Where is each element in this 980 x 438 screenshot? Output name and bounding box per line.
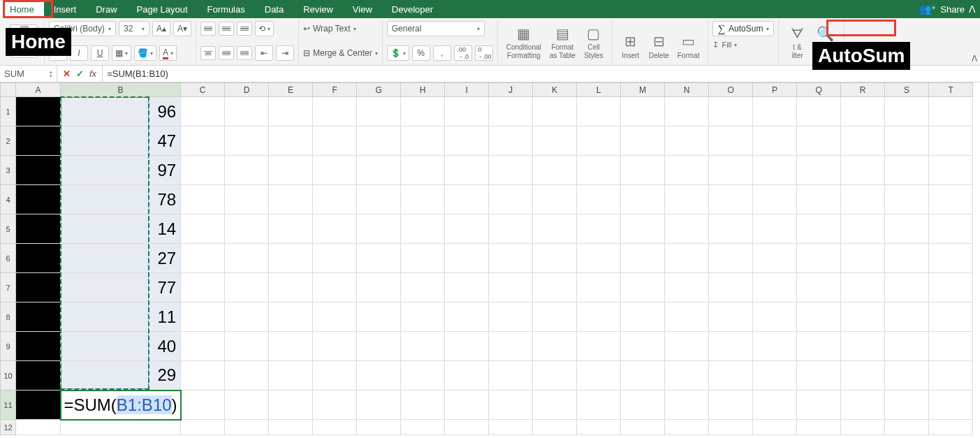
cell-P1[interactable]: [753, 97, 797, 126]
cell-C9[interactable]: [181, 332, 225, 361]
cell-M9[interactable]: [621, 332, 665, 361]
cell-J3[interactable]: [489, 156, 533, 185]
cell-S12[interactable]: [885, 420, 929, 435]
cell-J2[interactable]: [489, 126, 533, 156]
cell-P6[interactable]: [753, 244, 797, 273]
border-button[interactable]: ▦▾: [112, 45, 131, 61]
row-header-4[interactable]: 4: [1, 185, 16, 214]
cell-F1[interactable]: [313, 97, 357, 126]
cell-S3[interactable]: [885, 156, 929, 185]
cell-G3[interactable]: [357, 156, 401, 185]
cell-F11[interactable]: [313, 390, 357, 420]
col-header-I[interactable]: I: [445, 83, 489, 97]
cell-A6[interactable]: [16, 244, 61, 273]
cell-M3[interactable]: [621, 156, 665, 185]
cell-O7[interactable]: [709, 273, 753, 302]
cell-B6[interactable]: 27: [61, 244, 181, 273]
cell-F7[interactable]: [313, 273, 357, 302]
cell-A1[interactable]: [16, 97, 61, 126]
cell-A2[interactable]: [16, 126, 61, 156]
decrease-font-button[interactable]: A▾: [173, 21, 191, 36]
cell-T12[interactable]: [929, 420, 973, 435]
col-header-T[interactable]: T: [929, 83, 973, 97]
cell-K9[interactable]: [533, 332, 577, 361]
cell-Q12[interactable]: [797, 420, 841, 435]
cell-E3[interactable]: [269, 156, 313, 185]
col-header-S[interactable]: S: [885, 83, 929, 97]
cell-T11[interactable]: [929, 390, 973, 420]
cell-D6[interactable]: [225, 244, 269, 273]
cell-T4[interactable]: [929, 185, 973, 214]
col-header-A[interactable]: A: [16, 83, 61, 97]
cell-K11[interactable]: [533, 390, 577, 420]
cell-O3[interactable]: [709, 156, 753, 185]
orientation-button[interactable]: ⟲▾: [255, 21, 274, 36]
cell-E4[interactable]: [269, 185, 313, 214]
cell-L1[interactable]: [577, 97, 621, 126]
cell-M7[interactable]: [621, 273, 665, 302]
cell-G4[interactable]: [357, 185, 401, 214]
cell-C11[interactable]: [181, 390, 225, 420]
cell-T9[interactable]: [929, 332, 973, 361]
cell-R12[interactable]: [841, 420, 885, 435]
cell-F6[interactable]: [313, 244, 357, 273]
col-header-C[interactable]: C: [181, 83, 225, 97]
cell-H10[interactable]: [401, 361, 445, 390]
tab-view[interactable]: View: [343, 0, 382, 18]
collapse-ribbon-icon[interactable]: ᐱ: [969, 3, 976, 15]
cell-P9[interactable]: [753, 332, 797, 361]
wrap-text-button[interactable]: ↩ Wrap Text ▾: [303, 21, 378, 36]
tab-home[interactable]: Home: [0, 0, 44, 18]
cell-Q5[interactable]: [797, 214, 841, 244]
cell-O12[interactable]: [709, 420, 753, 435]
cell-C4[interactable]: [181, 185, 225, 214]
underline-button[interactable]: U: [91, 45, 109, 61]
cell-D9[interactable]: [225, 332, 269, 361]
cell-Q9[interactable]: [797, 332, 841, 361]
increase-font-button[interactable]: A▴: [152, 21, 170, 36]
cell-F5[interactable]: [313, 214, 357, 244]
cell-Q4[interactable]: [797, 185, 841, 214]
cell-N9[interactable]: [665, 332, 709, 361]
col-header-G[interactable]: G: [357, 83, 401, 97]
name-box-stepper[interactable]: ▴▾: [50, 70, 52, 78]
cell-J5[interactable]: [489, 214, 533, 244]
cell-S7[interactable]: [885, 273, 929, 302]
cell-E10[interactable]: [269, 361, 313, 390]
cell-B2[interactable]: 47: [61, 126, 181, 156]
cell-L2[interactable]: [577, 126, 621, 156]
cell-O10[interactable]: [709, 361, 753, 390]
cell-L9[interactable]: [577, 332, 621, 361]
cell-I12[interactable]: [445, 420, 489, 435]
col-header-M[interactable]: M: [621, 83, 665, 97]
name-box[interactable]: SUM ▴▾: [0, 66, 57, 82]
ribbon-options-icon[interactable]: ᐱ: [972, 54, 977, 64]
select-all-corner[interactable]: [1, 83, 16, 97]
cell-T3[interactable]: [929, 156, 973, 185]
font-color-button[interactable]: A▾: [159, 45, 177, 61]
cell-C5[interactable]: [181, 214, 225, 244]
cell-E9[interactable]: [269, 332, 313, 361]
percent-button[interactable]: %: [412, 45, 430, 61]
cell-Q2[interactable]: [797, 126, 841, 156]
cell-B11[interactable]: =SUM(B1:B10): [61, 390, 181, 420]
cell-G6[interactable]: [357, 244, 401, 273]
row-header-5[interactable]: 5: [1, 214, 16, 244]
cell-J7[interactable]: [489, 273, 533, 302]
cell-K3[interactable]: [533, 156, 577, 185]
cell-C10[interactable]: [181, 361, 225, 390]
decrease-decimal-button[interactable]: .0→.00: [475, 45, 493, 61]
cell-G9[interactable]: [357, 332, 401, 361]
cell-F3[interactable]: [313, 156, 357, 185]
cell-G2[interactable]: [357, 126, 401, 156]
cell-M2[interactable]: [621, 126, 665, 156]
cell-C8[interactable]: [181, 302, 225, 332]
col-header-F[interactable]: F: [313, 83, 357, 97]
cell-E5[interactable]: [269, 214, 313, 244]
row-header-2[interactable]: 2: [1, 126, 16, 156]
cell-A5[interactable]: [16, 214, 61, 244]
increase-indent-button[interactable]: ⇥: [276, 45, 294, 61]
cell-I10[interactable]: [445, 361, 489, 390]
cell-E12[interactable]: [269, 420, 313, 435]
cell-N12[interactable]: [665, 420, 709, 435]
